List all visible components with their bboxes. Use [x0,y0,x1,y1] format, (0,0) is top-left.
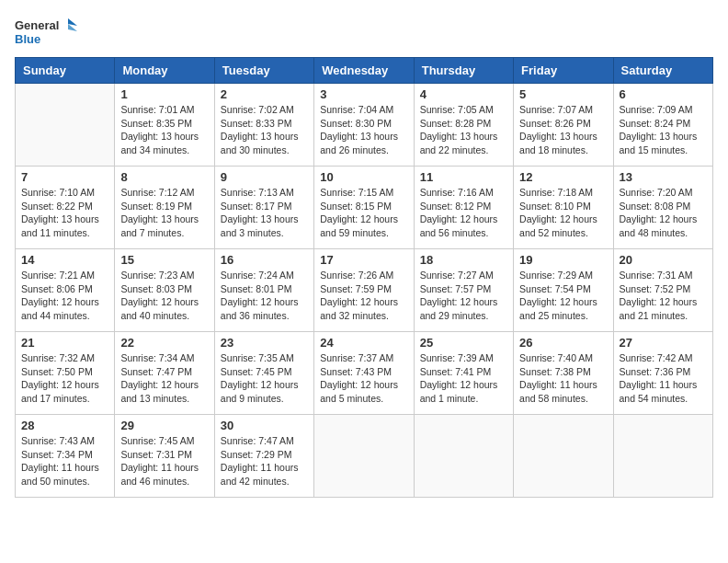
day-number: 25 [420,336,507,350]
day-number: 3 [320,87,407,101]
day-info: Sunrise: 7:12 AM Sunset: 8:19 PM Dayligh… [120,186,208,240]
day-cell: 25Sunrise: 7:39 AM Sunset: 7:41 PM Dayli… [414,332,513,415]
day-cell: 2Sunrise: 7:02 AM Sunset: 8:33 PM Daylig… [214,84,313,167]
day-number: 20 [620,253,707,267]
day-info: Sunrise: 7:34 AM Sunset: 7:47 PM Dayligh… [120,351,208,406]
day-number: 12 [519,170,607,184]
day-info: Sunrise: 7:01 AM Sunset: 8:35 PM Dayligh… [120,103,208,157]
day-number: 15 [120,253,208,267]
day-number: 1 [120,87,208,101]
day-cell: 12Sunrise: 7:18 AM Sunset: 8:10 PM Dayli… [514,167,613,249]
day-info: Sunrise: 7:15 AM Sunset: 8:15 PM Dayligh… [320,186,407,240]
day-info: Sunrise: 7:31 AM Sunset: 7:52 PM Dayligh… [620,269,707,323]
header-cell-thursday: Thursday [414,58,513,84]
day-info: Sunrise: 7:23 AM Sunset: 8:03 PM Dayligh… [120,269,208,323]
day-number: 4 [420,87,507,101]
day-number: 11 [420,170,507,184]
day-number: 22 [120,336,208,350]
header-cell-sunday: Sunday [16,58,115,84]
day-cell [314,415,414,498]
day-info: Sunrise: 7:35 AM Sunset: 7:45 PM Dayligh… [221,351,308,406]
calendar-table: SundayMondayTuesdayWednesdayThursdayFrid… [15,57,713,498]
day-info: Sunrise: 7:16 AM Sunset: 8:12 PM Dayligh… [420,186,507,240]
header-cell-friday: Friday [514,58,613,84]
day-number: 23 [221,336,308,350]
day-cell: 6Sunrise: 7:09 AM Sunset: 8:24 PM Daylig… [613,84,712,167]
day-number: 21 [21,336,108,350]
day-info: Sunrise: 7:20 AM Sunset: 8:08 PM Dayligh… [620,186,707,240]
day-cell: 26Sunrise: 7:40 AM Sunset: 7:38 PM Dayli… [514,332,613,415]
day-info: Sunrise: 7:07 AM Sunset: 8:26 PM Dayligh… [519,103,607,157]
day-info: Sunrise: 7:42 AM Sunset: 7:36 PM Dayligh… [620,351,707,406]
header-cell-wednesday: Wednesday [314,58,414,84]
day-number: 2 [221,87,308,101]
day-cell: 27Sunrise: 7:42 AM Sunset: 7:36 PM Dayli… [613,332,712,415]
day-info: Sunrise: 7:45 AM Sunset: 7:31 PM Dayligh… [120,434,208,488]
day-info: Sunrise: 7:26 AM Sunset: 7:59 PM Dayligh… [320,269,407,323]
day-info: Sunrise: 7:39 AM Sunset: 7:41 PM Dayligh… [420,351,507,406]
day-cell [16,84,115,167]
day-info: Sunrise: 7:18 AM Sunset: 8:10 PM Dayligh… [519,186,607,240]
day-cell: 29Sunrise: 7:45 AM Sunset: 7:31 PM Dayli… [115,415,214,498]
day-info: Sunrise: 7:32 AM Sunset: 7:50 PM Dayligh… [21,351,108,406]
day-info: Sunrise: 7:29 AM Sunset: 7:54 PM Dayligh… [519,269,607,323]
week-row-5: 28Sunrise: 7:43 AM Sunset: 7:34 PM Dayli… [16,415,713,498]
svg-text:General: General [15,18,59,32]
day-info: Sunrise: 7:43 AM Sunset: 7:34 PM Dayligh… [21,434,108,488]
header-row: SundayMondayTuesdayWednesdayThursdayFrid… [16,58,713,84]
day-number: 7 [21,170,108,184]
day-info: Sunrise: 7:27 AM Sunset: 7:57 PM Dayligh… [420,269,507,323]
day-info: Sunrise: 7:02 AM Sunset: 8:33 PM Dayligh… [221,103,308,157]
svg-text:Blue: Blue [15,32,40,46]
day-cell [514,415,613,498]
day-number: 26 [519,336,607,350]
day-number: 14 [21,253,108,267]
day-cell: 8Sunrise: 7:12 AM Sunset: 8:19 PM Daylig… [115,167,214,249]
day-number: 9 [221,170,308,184]
week-row-3: 14Sunrise: 7:21 AM Sunset: 8:06 PM Dayli… [16,249,713,332]
day-cell: 19Sunrise: 7:29 AM Sunset: 7:54 PM Dayli… [514,249,613,332]
logo-svg: General Blue [15,15,79,50]
day-info: Sunrise: 7:09 AM Sunset: 8:24 PM Dayligh… [620,103,707,157]
day-cell: 24Sunrise: 7:37 AM Sunset: 7:43 PM Dayli… [314,332,414,415]
day-cell: 30Sunrise: 7:47 AM Sunset: 7:29 PM Dayli… [214,415,313,498]
week-row-4: 21Sunrise: 7:32 AM Sunset: 7:50 PM Dayli… [16,332,713,415]
day-cell: 17Sunrise: 7:26 AM Sunset: 7:59 PM Dayli… [314,249,414,332]
day-number: 6 [620,87,707,101]
day-number: 30 [221,419,308,432]
logo: General Blue [15,15,79,50]
week-row-1: 1Sunrise: 7:01 AM Sunset: 8:35 PM Daylig… [16,84,713,167]
day-number: 17 [320,253,407,267]
day-number: 24 [320,336,407,350]
day-number: 18 [420,253,507,267]
day-number: 8 [120,170,208,184]
day-cell: 1Sunrise: 7:01 AM Sunset: 8:35 PM Daylig… [115,84,214,167]
day-cell: 14Sunrise: 7:21 AM Sunset: 8:06 PM Dayli… [16,249,115,332]
day-number: 19 [519,253,607,267]
day-cell: 4Sunrise: 7:05 AM Sunset: 8:28 PM Daylig… [414,84,513,167]
day-cell: 13Sunrise: 7:20 AM Sunset: 8:08 PM Dayli… [613,167,712,249]
day-number: 10 [320,170,407,184]
day-cell: 15Sunrise: 7:23 AM Sunset: 8:03 PM Dayli… [115,249,214,332]
day-number: 16 [221,253,308,267]
day-cell: 10Sunrise: 7:15 AM Sunset: 8:15 PM Dayli… [314,167,414,249]
day-number: 5 [519,87,607,101]
day-info: Sunrise: 7:47 AM Sunset: 7:29 PM Dayligh… [221,434,308,488]
day-number: 28 [21,419,108,432]
day-info: Sunrise: 7:10 AM Sunset: 8:22 PM Dayligh… [21,186,108,240]
day-info: Sunrise: 7:37 AM Sunset: 7:43 PM Dayligh… [320,351,407,406]
header-cell-saturday: Saturday [613,58,712,84]
day-cell: 21Sunrise: 7:32 AM Sunset: 7:50 PM Dayli… [16,332,115,415]
day-cell: 20Sunrise: 7:31 AM Sunset: 7:52 PM Dayli… [613,249,712,332]
week-row-2: 7Sunrise: 7:10 AM Sunset: 8:22 PM Daylig… [16,167,713,249]
day-cell: 9Sunrise: 7:13 AM Sunset: 8:17 PM Daylig… [214,167,313,249]
day-cell: 5Sunrise: 7:07 AM Sunset: 8:26 PM Daylig… [514,84,613,167]
day-cell: 3Sunrise: 7:04 AM Sunset: 8:30 PM Daylig… [314,84,414,167]
day-info: Sunrise: 7:04 AM Sunset: 8:30 PM Dayligh… [320,103,407,157]
svg-marker-2 [68,18,77,26]
day-cell: 23Sunrise: 7:35 AM Sunset: 7:45 PM Dayli… [214,332,313,415]
day-cell: 28Sunrise: 7:43 AM Sunset: 7:34 PM Dayli… [16,415,115,498]
day-info: Sunrise: 7:05 AM Sunset: 8:28 PM Dayligh… [420,103,507,157]
day-cell: 22Sunrise: 7:34 AM Sunset: 7:47 PM Dayli… [115,332,214,415]
header-cell-monday: Monday [115,58,214,84]
